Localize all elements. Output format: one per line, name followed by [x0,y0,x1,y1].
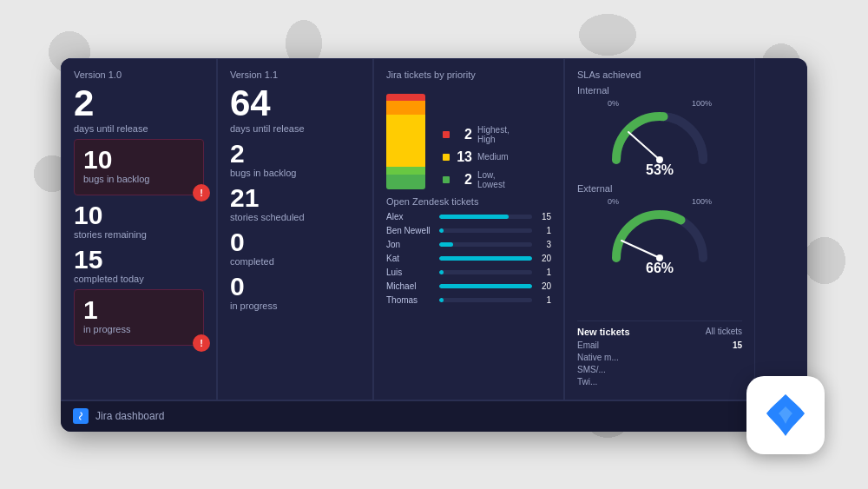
bugs-num-v10: 10 [83,145,194,174]
svg-line-2 [621,241,660,258]
completed-metric-v11: 0 completed [230,228,360,267]
bar-lowest [386,175,425,189]
version11-panel: Version 1.1 64 days until release 2 bugs… [217,58,373,400]
legend-text-highest: Highest,High [477,125,510,144]
zendesk-bar-wrap [439,298,532,302]
progress-num-v11: 0 [230,272,360,301]
nt-channel-label: Twi... [577,377,597,387]
nt-channel-label: Native m... [577,353,619,362]
jira-footer-icon [73,408,89,424]
stories-num-v10: 10 [74,201,204,229]
sla-internal-gauge [608,108,712,164]
legend-medium: 13 Medium [443,149,510,165]
dashboard-grid: Version 1.0 2 days until release 10 bugs… [61,58,807,400]
days-label-v10: days until release [74,123,204,134]
zendesk-row-name: Thomas [386,295,434,305]
zendesk-row: Kat 20 [386,254,551,263]
new-tickets-row: Native m... [577,353,742,362]
zendesk-row-count: 15 [537,212,551,221]
new-tickets-title: New tickets [577,327,630,337]
sla-section: SLAs achieved Internal 0% 100% [577,69,742,314]
legend-num-low: 2 [455,172,472,188]
jira-tickets-title: Jira tickets by priority [386,69,551,80]
legend-highest-high: 2 Highest,High [443,125,510,144]
zendesk-row-name: Jon [386,240,434,249]
sla-external-gauge-labels: 0% 100% [608,197,712,206]
zendesk-bar-fill [439,256,532,261]
zendesk-row-count: 1 [537,226,551,235]
completed-label-v11: completed [230,256,360,267]
svg-line-0 [628,132,660,160]
zendesk-row: Michael 20 [386,281,551,291]
sla-pct-0-internal: 0% [608,99,619,108]
zendesk-row: Jon 3 [386,240,551,249]
sla-external-gauge [608,206,712,262]
sla-external: External 0% 100% 66% [577,183,742,276]
bar-medium [386,115,425,168]
zendesk-row-name: Kat [386,254,434,263]
bugs-label-v10: bugs in backlog [83,174,194,184]
zendesk-bar-fill [439,228,444,233]
legend-dot-green [443,176,450,183]
progress-metric-v11: 0 in progress [230,272,360,311]
version11-title: Version 1.1 [230,69,360,80]
bugs-num-v11: 2 [230,139,360,168]
new-tickets-header: New tickets All tickets [577,327,742,337]
zendesk-row-count: 20 [537,281,551,291]
zendesk-row: Ben Newell 1 [386,226,551,235]
zendesk-row: Luis 1 [386,268,551,277]
zendesk-row: Thomas 1 [386,295,551,305]
stories-metric-v11: 21 stories scheduled [230,183,360,222]
bugs-alert-badge-v10: ! [193,184,210,202]
priority-stacked-bar [386,94,425,189]
zendesk-row-count: 3 [537,240,551,249]
sla-external-pct: 66% [577,261,742,276]
sla-internal: Internal 0% 100% [577,85,742,178]
zendesk-bar-fill [439,298,444,302]
bugs-label-v11: bugs in backlog [230,168,360,178]
zendesk-bar-fill [439,284,532,288]
stories-metric-v10: 10 stories remaining [74,201,204,240]
jira-chart-area: 2 Highest,High 13 Medium 2 Low,Lowest [386,85,551,189]
sla-title: SLAs achieved [577,69,742,80]
bar-high [386,101,425,114]
jira-zendesk-panel: Jira tickets by priority 2 Highest,Hi [373,58,564,400]
svg-point-1 [656,156,663,163]
stories-label-v10: stories remaining [74,229,204,240]
zendesk-bar-wrap [439,256,532,261]
zendesk-bar-fill [439,215,509,219]
zendesk-bar-wrap [439,228,532,233]
zendesk-list: Alex 15 Ben Newell 1 Jon 3 Kat 20 Luis 1… [386,212,551,309]
sla-internal-pct: 53% [577,162,742,178]
zendesk-bar-fill [439,270,444,274]
sla-pct-0-external: 0% [608,197,619,206]
zendesk-row-name: Luis [386,268,434,277]
legend-text-medium: Medium [477,152,509,162]
completed-label-v10: completed today [74,274,204,284]
legend-dot-yellow [443,154,450,161]
progress-alert-badge-v10: ! [193,334,210,352]
new-tickets-row: SMS/... [577,365,742,374]
legend-dot-red [443,131,450,138]
priority-legend: 2 Highest,High 13 Medium 2 Low,Lowest [443,125,510,189]
dashboard-footer: Jira dashboard [61,400,807,432]
sla-internal-svg [608,108,712,164]
progress-label-v10: in progress [83,324,194,334]
bar-low [386,167,425,175]
progress-alert-v10: 1 in progress ! [74,289,204,346]
nt-channel-label: SMS/... [577,365,606,374]
jira-overlay-logo [746,376,825,454]
new-tickets-row: Twi... [577,377,742,387]
sla-newtickets-panel: SLAs achieved Internal 0% 100% [564,58,755,400]
days-num-v11: 64 [230,85,360,122]
svg-point-3 [656,254,663,261]
dashboard: Version 1.0 2 days until release 10 bugs… [61,58,807,432]
new-tickets-all-label: All tickets [706,327,742,337]
bar-highest [386,94,425,102]
nt-channel-count: 15 [733,340,742,350]
completed-metric-v10: 15 completed today [74,245,204,284]
sla-internal-label: Internal [577,85,742,96]
legend-num-highest: 2 [455,127,472,142]
zendesk-row-count: 20 [537,254,551,263]
new-tickets-list: Email 15 Native m... SMS/... Twi... [577,340,742,387]
